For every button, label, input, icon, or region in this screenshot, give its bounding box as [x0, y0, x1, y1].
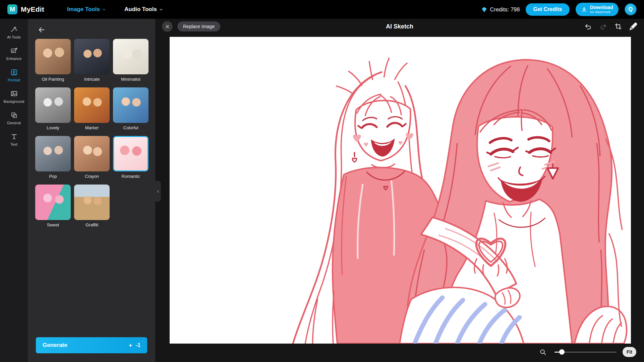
zoom-search-button[interactable]: [538, 347, 548, 357]
nav-audio-tools[interactable]: Audio Tools: [122, 6, 165, 13]
nav-image-tools[interactable]: Image Tools: [65, 6, 108, 13]
sidebar-item-label: Background: [4, 99, 24, 103]
sparkle-icon: [128, 343, 133, 348]
crop-icon: [614, 23, 622, 30]
sidebar-item-label: AI Tools: [7, 35, 21, 39]
image-stage: [170, 37, 631, 344]
chevron-down-icon: [159, 7, 163, 12]
style-label: Oil Painting: [42, 77, 64, 82]
top-nav: Image Tools Audio Tools: [65, 6, 165, 13]
brand-name: MyEdit: [21, 5, 44, 13]
canvas-area: Replace Image AI Sketch: [155, 19, 644, 362]
sidebar-item-ai-tools[interactable]: AI Tools: [2, 23, 26, 42]
download-icon: [581, 6, 587, 13]
style-label: Intricate: [84, 77, 100, 82]
style-label: Pop: [49, 174, 57, 179]
crop-button[interactable]: [613, 21, 624, 32]
style-thumbnail: [35, 39, 71, 74]
magnifier-icon: [539, 349, 546, 356]
back-arrow-icon: [38, 26, 45, 33]
sidebar-item-label: Text: [10, 142, 17, 146]
style-option-oil-painting[interactable]: Oil Painting: [35, 39, 71, 82]
style-option-sweet[interactable]: Sweet: [35, 185, 71, 227]
style-thumbnail: [113, 87, 149, 123]
style-grid: Oil Painting Intricate Minimalist Lovely…: [35, 39, 149, 227]
undo-button[interactable]: [583, 21, 593, 32]
credits-text: Credits: 798: [490, 6, 520, 13]
top-bar: M MyEdit Image Tools Audio Tools Credits…: [0, 0, 644, 19]
style-thumbnail: [74, 185, 110, 220]
page-title: AI Sketch: [155, 23, 644, 30]
zoom-slider[interactable]: [554, 347, 617, 357]
pen-tool-button[interactable]: [628, 21, 639, 32]
style-option-lovely[interactable]: Lovely: [35, 87, 71, 130]
background-image-icon: [10, 90, 18, 97]
back-button[interactable]: [36, 24, 47, 35]
undo-icon: [584, 23, 592, 30]
generate-cost: -1: [136, 342, 140, 348]
style-thumbnail-selected: [113, 136, 149, 171]
download-text: Download No Watermark: [590, 5, 613, 14]
portrait-icon: [10, 69, 18, 76]
generate-cost-group: -1: [128, 342, 140, 348]
redo-icon: [599, 23, 607, 30]
credits-display: Credits: 798: [481, 6, 520, 13]
nav-image-tools-label: Image Tools: [67, 6, 100, 13]
style-option-minimalist[interactable]: Minimalist: [113, 39, 149, 82]
zoom-bar: Fit: [538, 347, 636, 357]
download-label: Download: [590, 5, 613, 10]
style-option-romantic[interactable]: Romantic: [113, 136, 149, 179]
zoom-slider-knob[interactable]: [559, 349, 565, 355]
app-root: M MyEdit Image Tools Audio Tools Credits…: [0, 0, 644, 362]
sidebar-item-text[interactable]: Text: [2, 130, 26, 149]
sidebar-item-label: Enhance: [6, 57, 21, 61]
style-option-intricate[interactable]: Intricate: [74, 39, 110, 82]
layers-icon: [10, 112, 18, 119]
style-label: Colorful: [123, 125, 138, 130]
credits-gem-icon: [481, 6, 487, 13]
collapse-panel-handle[interactable]: ‹: [155, 181, 161, 202]
generate-label: Generate: [43, 342, 67, 349]
style-label: Marker: [85, 125, 99, 130]
sidebar-item-general[interactable]: General: [2, 108, 26, 127]
canvas-toolbar: [583, 21, 639, 32]
generate-button[interactable]: Generate -1: [36, 337, 147, 353]
chevron-down-icon: [102, 7, 106, 12]
download-sublabel: No Watermark: [590, 10, 610, 14]
topbar-right: Credits: 798 Get Credits Download No Wat…: [481, 3, 637, 16]
style-option-crayon[interactable]: Crayon: [74, 136, 110, 179]
style-option-graffiti[interactable]: Graffiti: [74, 185, 110, 227]
user-avatar[interactable]: Q: [625, 3, 637, 15]
style-label: Lovely: [47, 125, 59, 130]
magic-wand-icon: [10, 26, 18, 33]
redo-button[interactable]: [598, 21, 608, 32]
get-credits-button[interactable]: Get Credits: [526, 3, 569, 16]
text-icon: [10, 133, 18, 140]
style-thumbnail: [74, 39, 110, 74]
tool-rail: AI Tools Enhance Portrait Background Gen…: [0, 19, 28, 362]
nav-audio-tools-label: Audio Tools: [124, 6, 157, 13]
style-thumbnail: [74, 136, 110, 171]
style-thumbnail: [74, 87, 110, 123]
style-option-colorful[interactable]: Colorful: [113, 87, 149, 130]
fit-button[interactable]: Fit: [623, 347, 636, 357]
pen-icon: [629, 22, 638, 31]
style-option-pop[interactable]: Pop: [35, 136, 71, 179]
style-label: Sweet: [47, 222, 59, 227]
style-option-marker[interactable]: Marker: [74, 87, 110, 130]
sidebar-item-label: Portrait: [8, 78, 20, 82]
sidebar-item-background[interactable]: Background: [2, 87, 26, 106]
sketch-illustration: [170, 37, 631, 344]
enhance-image-icon: [10, 47, 18, 55]
style-label: Minimalist: [121, 77, 140, 82]
style-thumbnail: [35, 136, 71, 171]
style-thumbnail: [35, 185, 71, 220]
sidebar-item-label: General: [7, 121, 21, 125]
style-label: Romantic: [122, 174, 140, 179]
sidebar-item-enhance[interactable]: Enhance: [2, 44, 26, 63]
brand[interactable]: M MyEdit: [7, 4, 44, 14]
sidebar-item-portrait[interactable]: Portrait: [2, 66, 26, 84]
myedit-logo-icon: M: [7, 4, 17, 14]
style-label: Graffiti: [85, 222, 98, 227]
download-button[interactable]: Download No Watermark: [576, 3, 619, 16]
